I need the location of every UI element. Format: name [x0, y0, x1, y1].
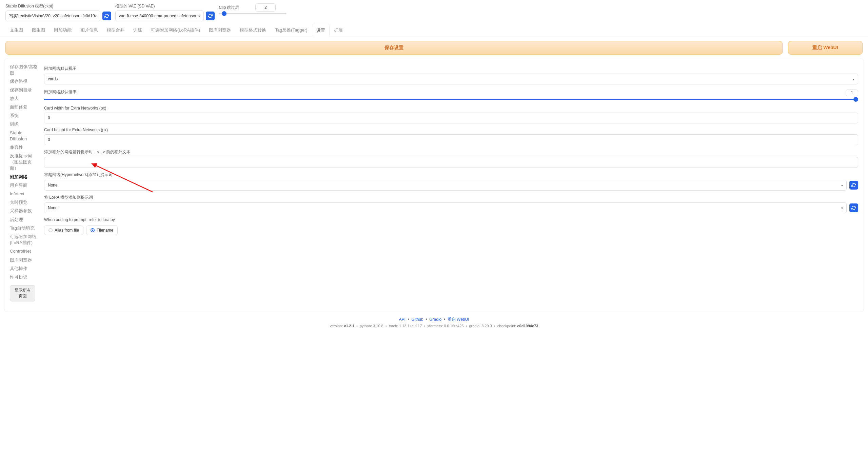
- lora-select[interactable]: None ▾: [44, 202, 847, 213]
- hypernet-refresh-button[interactable]: [849, 181, 858, 190]
- sidebar-item-10[interactable]: 附加网络: [10, 174, 39, 180]
- hypernet-select[interactable]: None ▾: [44, 180, 847, 191]
- multiplier-value[interactable]: 1: [846, 90, 858, 96]
- radio-filename-label: Filename: [97, 228, 113, 233]
- card-height-input[interactable]: 0: [44, 134, 858, 145]
- multiplier-label: 附加网络默认倍率: [44, 89, 858, 95]
- footer-link[interactable]: API: [399, 317, 405, 322]
- radio-alias-from-file[interactable]: Alias from file: [44, 225, 83, 235]
- sidebar-item-21[interactable]: 许可协议: [10, 274, 39, 280]
- extra-text-input[interactable]: [44, 157, 858, 168]
- footer-link[interactable]: 重启 WebUI: [448, 317, 469, 322]
- card-width-label: Card width for Extra Networks (px): [44, 106, 858, 111]
- sidebar-item-18[interactable]: ControlNet: [10, 248, 39, 254]
- clip-label: Clip 跳过层: [219, 5, 239, 11]
- model-select-value: 写实\realisticVisionV20_v20.safetensors [c…: [9, 13, 95, 19]
- lora-label: 将 LoRA 模型添加到提示词: [44, 195, 858, 200]
- hypernet-value: None: [48, 183, 58, 188]
- extra-text-label: 添加额外的网络进行提示时，<...> 前的额外文本: [44, 149, 858, 155]
- show-all-pages-button[interactable]: 显示所有页面: [10, 285, 35, 301]
- tab-7[interactable]: 图库浏览器: [204, 23, 235, 37]
- tab-8[interactable]: 模型格式转换: [235, 23, 271, 37]
- footer: API • Github • Gradio • 重启 WebUI version…: [0, 312, 868, 338]
- sidebar-item-3[interactable]: 放大: [10, 96, 39, 102]
- refresh-icon: [851, 183, 856, 188]
- chevron-down-icon: ▾: [841, 183, 843, 187]
- chevron-down-icon: ▾: [853, 77, 854, 81]
- tab-0[interactable]: 文生图: [5, 23, 27, 37]
- tab-4[interactable]: 模型合并: [102, 23, 129, 37]
- slider-thumb[interactable]: [222, 11, 226, 16]
- chevron-down-icon: ▾: [841, 206, 843, 210]
- card-height-label: Card height for Extra Networks (px): [44, 128, 858, 132]
- tab-3[interactable]: 图片信息: [76, 23, 102, 37]
- sidebar-item-11[interactable]: 用户界面: [10, 182, 39, 189]
- clip-slider[interactable]: [219, 13, 287, 14]
- sidebar-item-0[interactable]: 保存图像/宫格图: [10, 64, 39, 76]
- model-select[interactable]: 写实\realisticVisionV20_v20.safetensors [c…: [5, 11, 100, 21]
- vae-refresh-button[interactable]: [206, 12, 215, 20]
- hypernet-label: 将超网络(Hypernetwork)添加到提示词: [44, 172, 858, 178]
- default-view-select[interactable]: cards ▾: [44, 74, 858, 84]
- refer-lora-label: When adding to prompt, refer to lora by: [44, 217, 858, 222]
- sidebar-item-13[interactable]: 实时预览: [10, 199, 39, 205]
- radio-icon: [48, 228, 53, 232]
- sidebar-item-16[interactable]: Tag自动填充: [10, 225, 39, 231]
- sidebar-item-7[interactable]: Stable Diffusion: [10, 130, 39, 142]
- sidebar-item-20[interactable]: 其他操作: [10, 266, 39, 272]
- tab-11[interactable]: 扩展: [330, 23, 347, 37]
- sidebar-item-19[interactable]: 图库浏览器: [10, 257, 39, 263]
- model-label: Stable Diffusion 模型(ckpt): [5, 3, 111, 9]
- sidebar-item-2[interactable]: 保存到目录: [10, 87, 39, 93]
- lora-value: None: [48, 205, 58, 210]
- card-width-input[interactable]: 0: [44, 113, 858, 123]
- multiplier-slider[interactable]: 1: [44, 97, 858, 102]
- restart-webui-button[interactable]: 重启 WebUI: [788, 41, 863, 55]
- settings-sidebar: 保存图像/宫格图保存路径保存到目录放大面部修复系统训练Stable Diffus…: [10, 59, 39, 306]
- tab-2[interactable]: 附加功能: [50, 23, 76, 37]
- vae-label: 模型的 VAE (SD VAE): [115, 3, 215, 9]
- radio-alias-label: Alias from file: [55, 228, 79, 233]
- main-tabs: 文生图图生图附加功能图片信息模型合并训练可选附加网络(LoRA插件)图库浏览器模…: [0, 23, 868, 37]
- sidebar-item-12[interactable]: Infotext: [10, 191, 39, 197]
- sidebar-item-15[interactable]: 后处理: [10, 217, 39, 223]
- footer-link[interactable]: Gradio: [429, 317, 441, 322]
- vae-select[interactable]: vae-ft-mse-840000-ema-pruned.safetensors…: [115, 11, 204, 21]
- refresh-icon: [104, 14, 109, 18]
- clip-value[interactable]: 2: [255, 3, 276, 12]
- sidebar-item-8[interactable]: 兼容性: [10, 144, 39, 151]
- tab-6[interactable]: 可选附加网络(LoRA插件): [146, 23, 204, 37]
- sidebar-item-4[interactable]: 面部修复: [10, 104, 39, 110]
- sidebar-item-9[interactable]: 反推提示词（图生图页面）: [10, 153, 39, 172]
- tab-5[interactable]: 训练: [129, 23, 146, 37]
- model-refresh-button[interactable]: [102, 12, 111, 20]
- default-view-value: cards: [48, 77, 58, 81]
- vae-select-value: vae-ft-mse-840000-ema-pruned.safetensors: [119, 14, 199, 18]
- tab-10[interactable]: 设置: [312, 24, 330, 37]
- refresh-icon: [851, 205, 856, 210]
- tab-9[interactable]: Tag反推(Tagger): [271, 23, 312, 37]
- footer-link[interactable]: Github: [411, 317, 423, 322]
- save-settings-button[interactable]: 保存设置: [5, 41, 783, 55]
- refresh-icon: [208, 14, 213, 18]
- slider-thumb[interactable]: [853, 97, 858, 102]
- chevron-down-icon: ▾: [198, 14, 200, 18]
- default-view-label: 附加网络默认视图: [44, 66, 858, 72]
- sidebar-item-14[interactable]: 采样器参数: [10, 208, 39, 214]
- sidebar-item-5[interactable]: 系统: [10, 113, 39, 119]
- tab-1[interactable]: 图生图: [27, 23, 50, 37]
- radio-filename[interactable]: Filename: [86, 225, 118, 235]
- sidebar-item-17[interactable]: 可选附加网络(LoRA插件): [10, 234, 39, 246]
- sidebar-item-1[interactable]: 保存路径: [10, 78, 39, 84]
- chevron-down-icon: ▾: [95, 14, 97, 18]
- lora-refresh-button[interactable]: [849, 203, 858, 212]
- radio-icon: [91, 228, 95, 232]
- sidebar-item-6[interactable]: 训练: [10, 121, 39, 127]
